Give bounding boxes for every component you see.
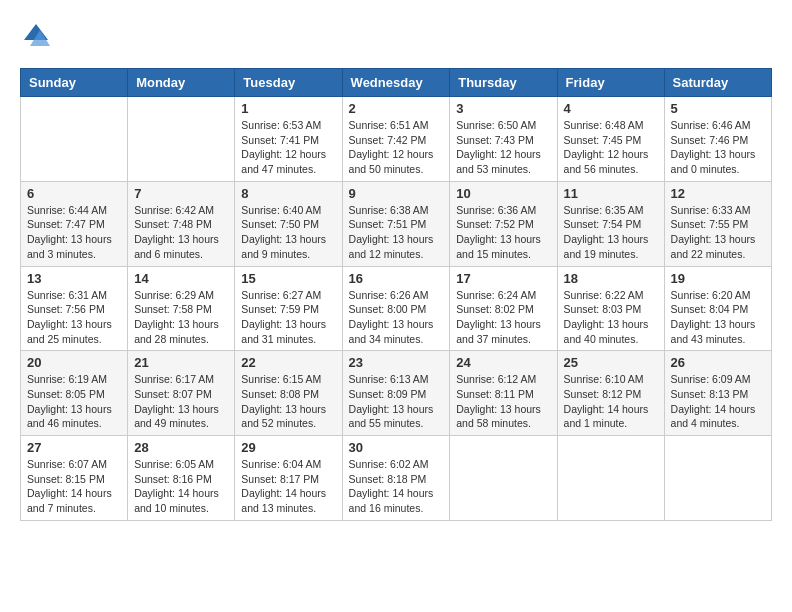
day-number: 28 [134, 440, 228, 455]
calendar-cell: 16Sunrise: 6:26 AM Sunset: 8:00 PM Dayli… [342, 266, 450, 351]
logo [20, 20, 56, 52]
day-number: 24 [456, 355, 550, 370]
day-info: Sunrise: 6:10 AM Sunset: 8:12 PM Dayligh… [564, 372, 658, 431]
day-info: Sunrise: 6:04 AM Sunset: 8:17 PM Dayligh… [241, 457, 335, 516]
day-number: 17 [456, 271, 550, 286]
weekday-header: Saturday [664, 69, 771, 97]
weekday-header: Sunday [21, 69, 128, 97]
day-info: Sunrise: 6:51 AM Sunset: 7:42 PM Dayligh… [349, 118, 444, 177]
weekday-header: Monday [128, 69, 235, 97]
day-info: Sunrise: 6:35 AM Sunset: 7:54 PM Dayligh… [564, 203, 658, 262]
day-info: Sunrise: 6:46 AM Sunset: 7:46 PM Dayligh… [671, 118, 765, 177]
calendar-cell: 22Sunrise: 6:15 AM Sunset: 8:08 PM Dayli… [235, 351, 342, 436]
day-number: 3 [456, 101, 550, 116]
calendar-cell: 3Sunrise: 6:50 AM Sunset: 7:43 PM Daylig… [450, 97, 557, 182]
calendar-cell: 30Sunrise: 6:02 AM Sunset: 8:18 PM Dayli… [342, 436, 450, 521]
day-info: Sunrise: 6:53 AM Sunset: 7:41 PM Dayligh… [241, 118, 335, 177]
day-info: Sunrise: 6:42 AM Sunset: 7:48 PM Dayligh… [134, 203, 228, 262]
day-number: 13 [27, 271, 121, 286]
calendar-cell: 6Sunrise: 6:44 AM Sunset: 7:47 PM Daylig… [21, 181, 128, 266]
day-number: 29 [241, 440, 335, 455]
day-info: Sunrise: 6:22 AM Sunset: 8:03 PM Dayligh… [564, 288, 658, 347]
calendar-cell: 21Sunrise: 6:17 AM Sunset: 8:07 PM Dayli… [128, 351, 235, 436]
day-info: Sunrise: 6:07 AM Sunset: 8:15 PM Dayligh… [27, 457, 121, 516]
day-info: Sunrise: 6:26 AM Sunset: 8:00 PM Dayligh… [349, 288, 444, 347]
calendar-cell: 12Sunrise: 6:33 AM Sunset: 7:55 PM Dayli… [664, 181, 771, 266]
day-number: 21 [134, 355, 228, 370]
day-info: Sunrise: 6:15 AM Sunset: 8:08 PM Dayligh… [241, 372, 335, 431]
calendar-cell: 10Sunrise: 6:36 AM Sunset: 7:52 PM Dayli… [450, 181, 557, 266]
header [20, 20, 772, 52]
day-number: 7 [134, 186, 228, 201]
day-number: 19 [671, 271, 765, 286]
day-info: Sunrise: 6:17 AM Sunset: 8:07 PM Dayligh… [134, 372, 228, 431]
logo-icon [20, 20, 52, 52]
calendar-cell [450, 436, 557, 521]
day-number: 25 [564, 355, 658, 370]
day-info: Sunrise: 6:27 AM Sunset: 7:59 PM Dayligh… [241, 288, 335, 347]
calendar-cell: 25Sunrise: 6:10 AM Sunset: 8:12 PM Dayli… [557, 351, 664, 436]
calendar-cell [128, 97, 235, 182]
day-info: Sunrise: 6:20 AM Sunset: 8:04 PM Dayligh… [671, 288, 765, 347]
day-number: 15 [241, 271, 335, 286]
day-number: 6 [27, 186, 121, 201]
day-number: 18 [564, 271, 658, 286]
day-info: Sunrise: 6:38 AM Sunset: 7:51 PM Dayligh… [349, 203, 444, 262]
calendar-week-row: 20Sunrise: 6:19 AM Sunset: 8:05 PM Dayli… [21, 351, 772, 436]
day-info: Sunrise: 6:48 AM Sunset: 7:45 PM Dayligh… [564, 118, 658, 177]
calendar-cell: 20Sunrise: 6:19 AM Sunset: 8:05 PM Dayli… [21, 351, 128, 436]
day-number: 9 [349, 186, 444, 201]
calendar-cell: 27Sunrise: 6:07 AM Sunset: 8:15 PM Dayli… [21, 436, 128, 521]
calendar-cell: 9Sunrise: 6:38 AM Sunset: 7:51 PM Daylig… [342, 181, 450, 266]
calendar-cell: 23Sunrise: 6:13 AM Sunset: 8:09 PM Dayli… [342, 351, 450, 436]
day-info: Sunrise: 6:05 AM Sunset: 8:16 PM Dayligh… [134, 457, 228, 516]
calendar-cell: 28Sunrise: 6:05 AM Sunset: 8:16 PM Dayli… [128, 436, 235, 521]
day-number: 5 [671, 101, 765, 116]
day-info: Sunrise: 6:12 AM Sunset: 8:11 PM Dayligh… [456, 372, 550, 431]
calendar-cell: 15Sunrise: 6:27 AM Sunset: 7:59 PM Dayli… [235, 266, 342, 351]
day-info: Sunrise: 6:44 AM Sunset: 7:47 PM Dayligh… [27, 203, 121, 262]
day-info: Sunrise: 6:13 AM Sunset: 8:09 PM Dayligh… [349, 372, 444, 431]
day-number: 12 [671, 186, 765, 201]
day-info: Sunrise: 6:19 AM Sunset: 8:05 PM Dayligh… [27, 372, 121, 431]
day-info: Sunrise: 6:02 AM Sunset: 8:18 PM Dayligh… [349, 457, 444, 516]
day-number: 4 [564, 101, 658, 116]
calendar-cell: 4Sunrise: 6:48 AM Sunset: 7:45 PM Daylig… [557, 97, 664, 182]
calendar-cell: 8Sunrise: 6:40 AM Sunset: 7:50 PM Daylig… [235, 181, 342, 266]
day-info: Sunrise: 6:29 AM Sunset: 7:58 PM Dayligh… [134, 288, 228, 347]
calendar-cell: 1Sunrise: 6:53 AM Sunset: 7:41 PM Daylig… [235, 97, 342, 182]
day-info: Sunrise: 6:31 AM Sunset: 7:56 PM Dayligh… [27, 288, 121, 347]
calendar-week-row: 13Sunrise: 6:31 AM Sunset: 7:56 PM Dayli… [21, 266, 772, 351]
calendar-cell: 24Sunrise: 6:12 AM Sunset: 8:11 PM Dayli… [450, 351, 557, 436]
calendar-cell: 14Sunrise: 6:29 AM Sunset: 7:58 PM Dayli… [128, 266, 235, 351]
calendar-cell: 2Sunrise: 6:51 AM Sunset: 7:42 PM Daylig… [342, 97, 450, 182]
weekday-header: Friday [557, 69, 664, 97]
day-info: Sunrise: 6:33 AM Sunset: 7:55 PM Dayligh… [671, 203, 765, 262]
day-number: 27 [27, 440, 121, 455]
calendar-cell: 7Sunrise: 6:42 AM Sunset: 7:48 PM Daylig… [128, 181, 235, 266]
calendar-week-row: 6Sunrise: 6:44 AM Sunset: 7:47 PM Daylig… [21, 181, 772, 266]
day-info: Sunrise: 6:40 AM Sunset: 7:50 PM Dayligh… [241, 203, 335, 262]
calendar-cell: 5Sunrise: 6:46 AM Sunset: 7:46 PM Daylig… [664, 97, 771, 182]
day-number: 1 [241, 101, 335, 116]
day-number: 22 [241, 355, 335, 370]
day-number: 14 [134, 271, 228, 286]
weekday-header: Tuesday [235, 69, 342, 97]
day-info: Sunrise: 6:36 AM Sunset: 7:52 PM Dayligh… [456, 203, 550, 262]
calendar-cell: 13Sunrise: 6:31 AM Sunset: 7:56 PM Dayli… [21, 266, 128, 351]
day-info: Sunrise: 6:24 AM Sunset: 8:02 PM Dayligh… [456, 288, 550, 347]
calendar-cell [664, 436, 771, 521]
calendar-cell: 18Sunrise: 6:22 AM Sunset: 8:03 PM Dayli… [557, 266, 664, 351]
calendar-cell [21, 97, 128, 182]
day-number: 11 [564, 186, 658, 201]
day-info: Sunrise: 6:50 AM Sunset: 7:43 PM Dayligh… [456, 118, 550, 177]
day-number: 20 [27, 355, 121, 370]
calendar-week-row: 1Sunrise: 6:53 AM Sunset: 7:41 PM Daylig… [21, 97, 772, 182]
day-number: 30 [349, 440, 444, 455]
calendar-cell: 11Sunrise: 6:35 AM Sunset: 7:54 PM Dayli… [557, 181, 664, 266]
calendar-cell: 19Sunrise: 6:20 AM Sunset: 8:04 PM Dayli… [664, 266, 771, 351]
calendar-header-row: SundayMondayTuesdayWednesdayThursdayFrid… [21, 69, 772, 97]
day-number: 8 [241, 186, 335, 201]
day-number: 2 [349, 101, 444, 116]
calendar-cell [557, 436, 664, 521]
